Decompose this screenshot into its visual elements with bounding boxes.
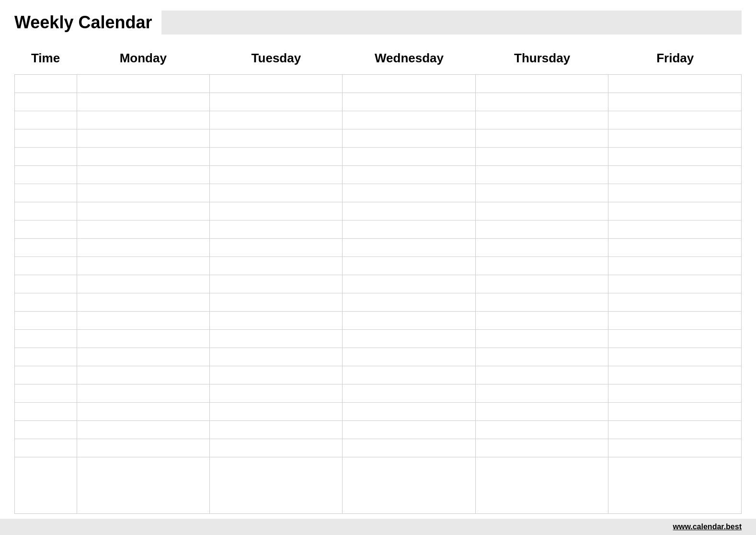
cell-wednesday-19[interactable]: [343, 421, 475, 439]
cell-tuesday-17[interactable]: [210, 384, 342, 403]
cell-time-13[interactable]: [15, 312, 77, 330]
cell-friday-3[interactable]: [608, 129, 741, 148]
cell-time-15[interactable]: [15, 348, 77, 366]
cell-friday-8[interactable]: [608, 221, 741, 239]
cell-friday-19[interactable]: [608, 421, 741, 439]
cell-thursday-4[interactable]: [476, 148, 608, 166]
cell-wednesday-11[interactable]: [343, 275, 475, 293]
cell-monday-18[interactable]: [77, 403, 209, 421]
cell-friday-15[interactable]: [608, 348, 741, 366]
cell-thursday-13[interactable]: [476, 312, 608, 330]
cell-thursday-6[interactable]: [476, 184, 608, 202]
cell-time-21[interactable]: [15, 457, 77, 476]
cell-time-19[interactable]: [15, 421, 77, 439]
cell-friday-5[interactable]: [608, 166, 741, 184]
cell-monday-1[interactable]: [77, 93, 209, 111]
cell-time-2[interactable]: [15, 111, 77, 129]
cell-monday-16[interactable]: [77, 366, 209, 384]
cell-tuesday-1[interactable]: [210, 93, 342, 111]
cell-time-14[interactable]: [15, 330, 77, 348]
cell-friday-6[interactable]: [608, 184, 741, 202]
cell-wednesday-15[interactable]: [343, 348, 475, 366]
cell-time-11[interactable]: [15, 275, 77, 293]
cell-time-16[interactable]: [15, 366, 77, 384]
cell-time-20[interactable]: [15, 439, 77, 457]
cell-friday-11[interactable]: [608, 275, 741, 293]
cell-thursday-8[interactable]: [476, 221, 608, 239]
cell-monday-6[interactable]: [77, 184, 209, 202]
cell-friday-1[interactable]: [608, 93, 741, 111]
cell-monday-0[interactable]: [77, 75, 209, 93]
cell-friday-17[interactable]: [608, 384, 741, 403]
cell-thursday-21[interactable]: [476, 457, 608, 476]
cell-wednesday-0[interactable]: [343, 75, 475, 93]
footer-link[interactable]: www.calendar.best: [673, 523, 742, 531]
cell-time-0[interactable]: [15, 75, 77, 93]
cell-thursday-11[interactable]: [476, 275, 608, 293]
cell-wednesday-18[interactable]: [343, 403, 475, 421]
cell-friday-14[interactable]: [608, 330, 741, 348]
cell-wednesday-17[interactable]: [343, 384, 475, 403]
cell-time-12[interactable]: [15, 293, 77, 312]
cell-thursday-20[interactable]: [476, 439, 608, 457]
cell-tuesday-21[interactable]: [210, 457, 342, 476]
cell-wednesday-10[interactable]: [343, 257, 475, 275]
cell-thursday-14[interactable]: [476, 330, 608, 348]
cell-tuesday-15[interactable]: [210, 348, 342, 366]
cell-thursday-3[interactable]: [476, 129, 608, 148]
cell-wednesday-20[interactable]: [343, 439, 475, 457]
cell-wednesday-8[interactable]: [343, 221, 475, 239]
cell-tuesday-0[interactable]: [210, 75, 342, 93]
cell-tuesday-6[interactable]: [210, 184, 342, 202]
cell-monday-8[interactable]: [77, 221, 209, 239]
cell-friday-4[interactable]: [608, 148, 741, 166]
cell-thursday-2[interactable]: [476, 111, 608, 129]
cell-tuesday-2[interactable]: [210, 111, 342, 129]
cell-monday-20[interactable]: [77, 439, 209, 457]
cell-monday-12[interactable]: [77, 293, 209, 312]
cell-wednesday-7[interactable]: [343, 202, 475, 221]
cell-tuesday-4[interactable]: [210, 148, 342, 166]
cell-tuesday-10[interactable]: [210, 257, 342, 275]
cell-friday-18[interactable]: [608, 403, 741, 421]
cell-friday-16[interactable]: [608, 366, 741, 384]
cell-monday-7[interactable]: [77, 202, 209, 221]
cell-time-8[interactable]: [15, 221, 77, 239]
cell-time-3[interactable]: [15, 129, 77, 148]
cell-time-17[interactable]: [15, 384, 77, 403]
cell-tuesday-12[interactable]: [210, 293, 342, 312]
cell-wednesday-13[interactable]: [343, 312, 475, 330]
cell-friday-0[interactable]: [608, 75, 741, 93]
cell-time-10[interactable]: [15, 257, 77, 275]
cell-wednesday-16[interactable]: [343, 366, 475, 384]
cell-tuesday-16[interactable]: [210, 366, 342, 384]
cell-monday-9[interactable]: [77, 239, 209, 257]
cell-thursday-7[interactable]: [476, 202, 608, 221]
cell-time-4[interactable]: [15, 148, 77, 166]
cell-monday-21[interactable]: [77, 457, 209, 476]
cell-tuesday-7[interactable]: [210, 202, 342, 221]
cell-monday-3[interactable]: [77, 129, 209, 148]
cell-monday-2[interactable]: [77, 111, 209, 129]
cell-time-7[interactable]: [15, 202, 77, 221]
cell-thursday-17[interactable]: [476, 384, 608, 403]
cell-tuesday-18[interactable]: [210, 403, 342, 421]
cell-time-5[interactable]: [15, 166, 77, 184]
cell-monday-5[interactable]: [77, 166, 209, 184]
cell-thursday-10[interactable]: [476, 257, 608, 275]
cell-thursday-0[interactable]: [476, 75, 608, 93]
cell-friday-20[interactable]: [608, 439, 741, 457]
cell-thursday-16[interactable]: [476, 366, 608, 384]
cell-monday-13[interactable]: [77, 312, 209, 330]
cell-monday-17[interactable]: [77, 384, 209, 403]
cell-monday-15[interactable]: [77, 348, 209, 366]
cell-thursday-5[interactable]: [476, 166, 608, 184]
cell-time-1[interactable]: [15, 93, 77, 111]
cell-tuesday-20[interactable]: [210, 439, 342, 457]
cell-wednesday-2[interactable]: [343, 111, 475, 129]
cell-time-18[interactable]: [15, 403, 77, 421]
cell-friday-13[interactable]: [608, 312, 741, 330]
cell-tuesday-5[interactable]: [210, 166, 342, 184]
cell-thursday-15[interactable]: [476, 348, 608, 366]
cell-tuesday-19[interactable]: [210, 421, 342, 439]
